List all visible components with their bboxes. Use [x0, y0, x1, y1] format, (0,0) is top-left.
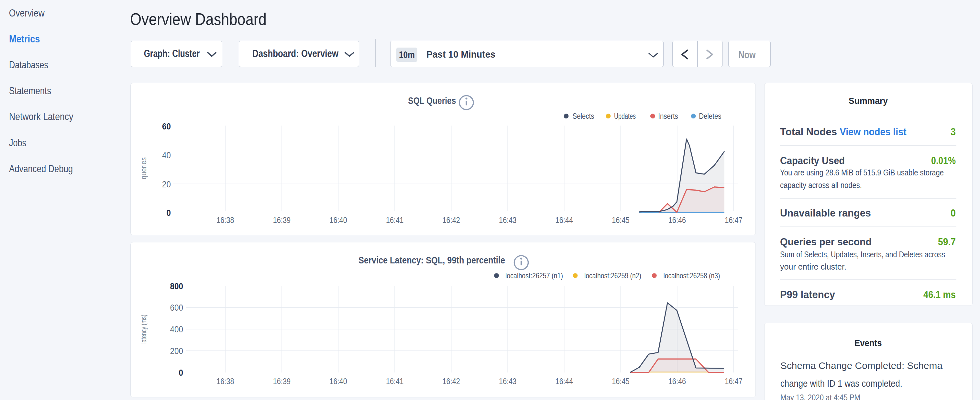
svg-text:Advanced Debug: Advanced Debug: [9, 163, 73, 174]
svg-text:16:39: 16:39: [273, 376, 291, 386]
svg-text:0: 0: [179, 368, 183, 378]
svg-text:600: 600: [170, 303, 183, 312]
svg-text:16:38: 16:38: [216, 215, 234, 225]
svg-text:10m: 10m: [399, 49, 415, 60]
svg-text:Databases: Databases: [9, 59, 48, 70]
svg-text:59.7: 59.7: [938, 236, 956, 247]
svg-text:16:47: 16:47: [725, 215, 742, 225]
svg-text:16:45: 16:45: [612, 215, 629, 225]
svg-text:Queries per second: Queries per second: [780, 236, 872, 247]
svg-text:20: 20: [162, 179, 171, 189]
svg-text:16:44: 16:44: [555, 215, 573, 225]
svg-text:800: 800: [170, 281, 183, 291]
svg-text:Capacity Used: Capacity Used: [780, 155, 845, 166]
svg-text:Overview: Overview: [9, 8, 45, 19]
svg-text:Unavailable ranges: Unavailable ranges: [780, 207, 871, 219]
svg-text:16:41: 16:41: [386, 376, 404, 386]
svg-text:latency (ms): latency (ms): [139, 315, 148, 344]
svg-text:SQL Queries: SQL Queries: [408, 96, 456, 106]
svg-text:16:42: 16:42: [442, 376, 460, 386]
svg-text:Selects: Selects: [573, 112, 594, 120]
svg-text:16:40: 16:40: [329, 376, 347, 386]
svg-text:May 13, 2020 at 4:45 PM: May 13, 2020 at 4:45 PM: [780, 392, 860, 400]
svg-text:200: 200: [170, 346, 183, 356]
svg-text:Dashboard: Overview: Dashboard: Overview: [252, 48, 339, 59]
svg-text:46.1 ms: 46.1 ms: [923, 288, 956, 300]
svg-text:capacity across all nodes.: capacity across all nodes.: [780, 180, 862, 190]
svg-text:Statements: Statements: [9, 85, 51, 96]
svg-text:16:46: 16:46: [668, 215, 686, 225]
svg-text:View nodes list: View nodes list: [840, 126, 907, 137]
svg-text:localhost:26258 (n3): localhost:26258 (n3): [663, 271, 720, 280]
svg-text:Events: Events: [854, 338, 882, 348]
svg-text:Total Nodes: Total Nodes: [780, 126, 837, 137]
svg-text:16:47: 16:47: [725, 376, 742, 386]
svg-text:You are using 28.6 MiB of 515.: You are using 28.6 MiB of 515.9 GiB usab…: [780, 167, 944, 177]
svg-text:400: 400: [170, 324, 183, 334]
svg-text:Network Latency: Network Latency: [9, 111, 73, 122]
svg-text:localhost:26259 (n2): localhost:26259 (n2): [584, 271, 641, 280]
svg-text:change with ID 1 was completed: change with ID 1 was completed.: [780, 378, 902, 389]
svg-text:16:45: 16:45: [612, 376, 629, 386]
svg-text:localhost:26257 (n1): localhost:26257 (n1): [505, 271, 563, 280]
svg-text:Schema Change Completed: Schem: Schema Change Completed: Schema: [780, 360, 943, 371]
svg-text:Service Latency: SQL, 99th per: Service Latency: SQL, 99th percentile: [358, 255, 505, 265]
svg-text:16:43: 16:43: [499, 215, 516, 225]
svg-text:16:46: 16:46: [668, 376, 686, 386]
svg-text:Deletes: Deletes: [699, 112, 721, 120]
svg-text:Overview Dashboard: Overview Dashboard: [130, 10, 267, 29]
svg-text:16:38: 16:38: [216, 376, 234, 386]
svg-text:16:42: 16:42: [442, 215, 460, 225]
svg-text:Jobs: Jobs: [9, 137, 26, 148]
svg-text:16:41: 16:41: [386, 215, 404, 225]
svg-text:0: 0: [951, 207, 956, 219]
svg-text:Now: Now: [739, 49, 756, 61]
svg-text:16:44: 16:44: [555, 376, 573, 386]
svg-text:P99 latency: P99 latency: [780, 288, 835, 300]
svg-text:16:40: 16:40: [329, 215, 347, 225]
svg-text:0.01%: 0.01%: [931, 155, 956, 166]
svg-text:16:39: 16:39: [273, 215, 291, 225]
svg-text:Inserts: Inserts: [658, 112, 678, 120]
svg-text:Updates: Updates: [614, 112, 636, 120]
svg-text:Summary: Summary: [849, 96, 888, 106]
svg-text:Sum of Selects, Updates, Inser: Sum of Selects, Updates, Inserts, and De…: [780, 250, 945, 259]
svg-text:Graph: Cluster: Graph: Cluster: [144, 48, 200, 59]
svg-text:0: 0: [167, 208, 171, 218]
svg-text:40: 40: [162, 150, 171, 160]
svg-text:3: 3: [951, 126, 956, 137]
svg-text:Metrics: Metrics: [9, 33, 40, 45]
svg-text:60: 60: [162, 121, 171, 131]
svg-text:16:43: 16:43: [499, 376, 516, 386]
svg-text:Past 10 Minutes: Past 10 Minutes: [426, 49, 495, 59]
svg-text:your entire cluster.: your entire cluster.: [780, 262, 846, 271]
svg-text:queries: queries: [139, 157, 148, 179]
